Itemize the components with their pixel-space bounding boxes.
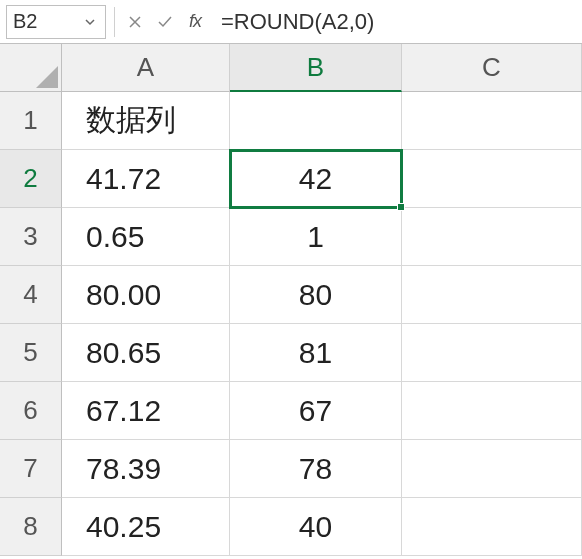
cell-C7[interactable]: [402, 440, 582, 498]
divider: [114, 7, 115, 37]
col-header-B[interactable]: B: [230, 44, 402, 92]
cell-B2-value: 42: [299, 162, 332, 196]
cancel-icon[interactable]: [123, 10, 147, 34]
cell-C3[interactable]: [402, 208, 582, 266]
cell-B4[interactable]: 80: [230, 266, 402, 324]
fx-icon[interactable]: fx: [183, 10, 207, 34]
cell-B7[interactable]: 78: [230, 440, 402, 498]
row-header-7[interactable]: 7: [0, 440, 62, 498]
cell-A1[interactable]: 数据列: [62, 92, 230, 150]
check-icon[interactable]: [153, 10, 177, 34]
formula-bar-buttons: fx: [119, 10, 211, 34]
select-all-corner[interactable]: [0, 44, 62, 92]
fill-handle[interactable]: [397, 203, 405, 211]
col-header-C[interactable]: C: [402, 44, 582, 92]
row-header-3[interactable]: 3: [0, 208, 62, 266]
formula-bar: B2 fx: [0, 0, 582, 44]
cell-C5[interactable]: [402, 324, 582, 382]
cell-C6[interactable]: [402, 382, 582, 440]
cell-A8[interactable]: 40.25: [62, 498, 230, 556]
cell-A4[interactable]: 80.00: [62, 266, 230, 324]
row-header-6[interactable]: 6: [0, 382, 62, 440]
cell-B1[interactable]: [230, 92, 402, 150]
row-header-1[interactable]: 1: [0, 92, 62, 150]
cell-A2[interactable]: 41.72: [62, 150, 230, 208]
cell-A5[interactable]: 80.65: [62, 324, 230, 382]
row-header-2[interactable]: 2: [0, 150, 62, 208]
col-header-A[interactable]: A: [62, 44, 230, 92]
row-header-8[interactable]: 8: [0, 498, 62, 556]
cell-A3[interactable]: 0.65: [62, 208, 230, 266]
cell-A7[interactable]: 78.39: [62, 440, 230, 498]
name-box-value: B2: [13, 10, 81, 33]
chevron-down-icon[interactable]: [81, 16, 99, 28]
cell-C8[interactable]: [402, 498, 582, 556]
cell-B3[interactable]: 1: [230, 208, 402, 266]
row-header-5[interactable]: 5: [0, 324, 62, 382]
cell-C1[interactable]: [402, 92, 582, 150]
row-header-4[interactable]: 4: [0, 266, 62, 324]
cell-B8[interactable]: 40: [230, 498, 402, 556]
formula-input[interactable]: [211, 9, 582, 35]
cell-B5[interactable]: 81: [230, 324, 402, 382]
cell-C4[interactable]: [402, 266, 582, 324]
cell-B2[interactable]: 42: [230, 150, 402, 208]
cell-B6[interactable]: 67: [230, 382, 402, 440]
name-box[interactable]: B2: [6, 5, 106, 39]
cell-C2[interactable]: [402, 150, 582, 208]
spreadsheet-grid: A B C 1 数据列 2 41.72 42 3 0.65 1 4 80.00 …: [0, 44, 582, 556]
cell-A6[interactable]: 67.12: [62, 382, 230, 440]
